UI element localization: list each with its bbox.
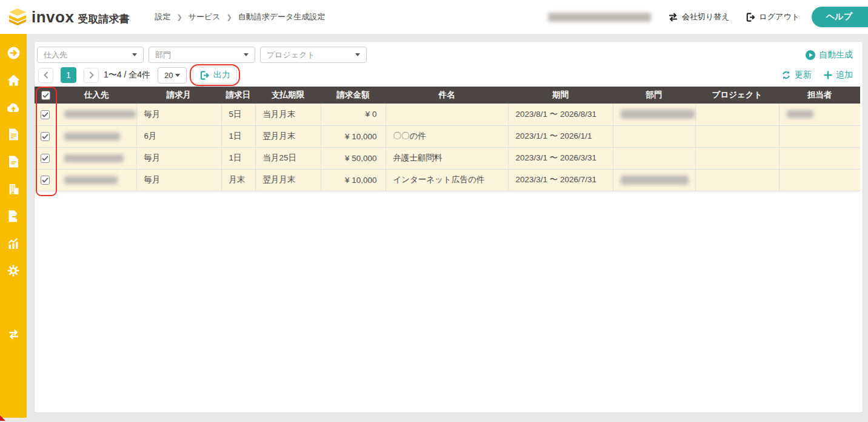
cell-amount: ¥ 10,000 bbox=[321, 169, 386, 191]
cell-billing-day: 1日 bbox=[221, 147, 255, 169]
red-annotation-artifact bbox=[0, 415, 5, 421]
caret-down-icon bbox=[355, 53, 360, 56]
cell-project bbox=[695, 169, 779, 191]
cell-period: 2023/3/1 〜 2026/7/31 bbox=[508, 169, 613, 191]
department-filter-select[interactable]: 部門 bbox=[149, 47, 255, 63]
check-icon bbox=[42, 112, 48, 117]
sidebar-item-upload[interactable] bbox=[7, 101, 20, 114]
cell-assignee bbox=[779, 169, 860, 191]
col-subject: 件名 bbox=[386, 87, 508, 104]
page-size-value: 20 bbox=[164, 71, 173, 80]
row-checkbox[interactable] bbox=[41, 110, 50, 119]
row-checkbox[interactable] bbox=[41, 176, 50, 185]
redacted-supplier bbox=[64, 110, 136, 118]
arrow-circle-right-icon bbox=[7, 47, 20, 59]
cell-billing-month: 6月 bbox=[136, 125, 221, 147]
cell-subject bbox=[386, 104, 508, 125]
col-period: 期間 bbox=[508, 87, 613, 104]
next-page-button[interactable] bbox=[84, 68, 99, 83]
company-switch-button[interactable]: 会社切り替え bbox=[668, 12, 730, 22]
breadcrumb-current-page: 自動請求データ生成設定 bbox=[238, 12, 326, 22]
refresh-icon bbox=[781, 70, 791, 80]
col-billing-month: 請求月 bbox=[136, 87, 221, 104]
sidebar-item-documents[interactable] bbox=[7, 155, 20, 168]
home-icon bbox=[7, 74, 20, 86]
breadcrumb-settings[interactable]: 設定 bbox=[155, 12, 170, 22]
sidebar-item-settings[interactable] bbox=[7, 264, 20, 277]
add-button[interactable]: 追加 bbox=[824, 70, 853, 81]
row-checkbox[interactable] bbox=[41, 132, 50, 141]
breadcrumb-service[interactable]: サービス bbox=[189, 12, 221, 22]
cell-subject: 〇〇の件 bbox=[386, 125, 508, 147]
refresh-button[interactable]: 更新 bbox=[781, 70, 812, 81]
col-project: プロジェクト bbox=[695, 87, 779, 104]
cloud-upload-icon bbox=[7, 102, 20, 113]
cell-period: 2023/8/1 〜 2026/8/31 bbox=[508, 104, 613, 125]
cell-payment-due: 翌月月末 bbox=[255, 125, 321, 147]
cell-assignee bbox=[779, 147, 860, 169]
pagination-bar: 1 1〜4 / 全4件 20 出力 bbox=[38, 67, 237, 84]
product-name: 受取請求書 bbox=[78, 12, 129, 26]
sidebar-item-company-switch[interactable] bbox=[7, 328, 20, 341]
sidebar-item-home[interactable] bbox=[7, 73, 20, 87]
sidebar-item-export[interactable] bbox=[7, 209, 20, 223]
sidebar-item-analytics[interactable] bbox=[7, 237, 20, 250]
cell-department bbox=[613, 147, 695, 169]
table-row: 6月 1日 翌月月末 ¥ 10,000 〇〇の件 2023/1/1 〜 2026… bbox=[35, 125, 860, 147]
cell-subject: インターネット広告の件 bbox=[386, 169, 508, 191]
cell-project bbox=[695, 125, 779, 147]
cell-payment-due: 当月月末 bbox=[255, 104, 321, 125]
project-filter-select[interactable]: プロジェクト bbox=[260, 47, 367, 63]
cell-period: 2023/1/1 〜 2026/1/1 bbox=[508, 125, 613, 147]
company-switch-label: 会社切り替え bbox=[682, 12, 730, 22]
caret-down-icon bbox=[244, 53, 249, 56]
cell-billing-month: 毎月 bbox=[136, 147, 221, 169]
project-filter-placeholder: プロジェクト bbox=[267, 50, 315, 61]
table-row: 毎月 月末 翌月月末 ¥ 10,000 インターネット広告の件 2023/3/1… bbox=[35, 169, 860, 191]
table-row: 毎月 1日 当月25日 ¥ 50,000 弁護士顧問料 2023/3/1 〜 2… bbox=[35, 147, 860, 169]
sidebar-collapse-toggle[interactable] bbox=[7, 46, 20, 59]
auto-generate-button[interactable]: 自動生成 bbox=[806, 50, 853, 61]
sidebar-item-invoices[interactable] bbox=[7, 128, 20, 141]
sidebar-item-company[interactable] bbox=[7, 182, 20, 196]
cell-amount: ¥ 0 bbox=[321, 104, 386, 125]
check-icon bbox=[42, 93, 49, 98]
cell-project bbox=[695, 104, 779, 125]
logout-button[interactable]: ログアウト bbox=[745, 12, 800, 22]
current-page-button[interactable]: 1 bbox=[61, 67, 76, 83]
help-button[interactable]: ヘルプ bbox=[812, 7, 868, 27]
company-building-icon bbox=[8, 183, 19, 195]
cell-billing-day: 5日 bbox=[221, 104, 255, 125]
swap-arrows-icon bbox=[8, 329, 19, 340]
select-all-checkbox[interactable] bbox=[41, 91, 50, 100]
invoice-document-icon bbox=[8, 128, 19, 140]
chevron-right-icon: ❯ bbox=[176, 13, 182, 21]
add-label: 追加 bbox=[836, 70, 853, 81]
chevron-right-icon: ❯ bbox=[227, 13, 232, 21]
auto-billing-settings-table: 仕入先 請求月 請求日 支払期限 請求金額 件名 期間 部門 プロジェクト 担当… bbox=[35, 87, 860, 191]
cell-assignee bbox=[779, 125, 860, 147]
supplier-filter-select[interactable]: 仕入先 bbox=[37, 47, 144, 63]
col-billing-day: 請求日 bbox=[221, 87, 255, 104]
cell-amount: ¥ 50,000 bbox=[321, 147, 386, 169]
table-header-row: 仕入先 請求月 請求日 支払期限 請求金額 件名 期間 部門 プロジェクト 担当… bbox=[35, 87, 860, 104]
invox-logo-icon bbox=[8, 8, 27, 25]
col-department: 部門 bbox=[613, 87, 695, 104]
row-checkbox[interactable] bbox=[41, 154, 50, 163]
cell-payment-due: 当月25日 bbox=[255, 147, 321, 169]
export-button[interactable]: 出力 bbox=[193, 67, 237, 84]
plus-icon bbox=[824, 71, 832, 79]
top-header: invox 受取請求書 設定 ❯ サービス ❯ 自動請求データ生成設定 会社切り… bbox=[0, 0, 868, 34]
redacted-supplier bbox=[64, 154, 124, 162]
file-export-icon bbox=[8, 210, 19, 222]
redacted-supplier bbox=[64, 176, 118, 184]
cell-billing-month: 毎月 bbox=[136, 169, 221, 191]
sidebar-nav bbox=[0, 34, 27, 418]
col-assignee: 担当者 bbox=[779, 87, 860, 104]
result-range-label: 1〜4 / 全4件 bbox=[104, 70, 150, 81]
department-filter-placeholder: 部門 bbox=[155, 50, 171, 61]
prev-page-button[interactable] bbox=[38, 68, 53, 83]
page-size-select[interactable]: 20 bbox=[158, 67, 187, 84]
app-logo[interactable]: invox 受取請求書 bbox=[8, 8, 129, 27]
play-circle-icon bbox=[806, 50, 815, 60]
